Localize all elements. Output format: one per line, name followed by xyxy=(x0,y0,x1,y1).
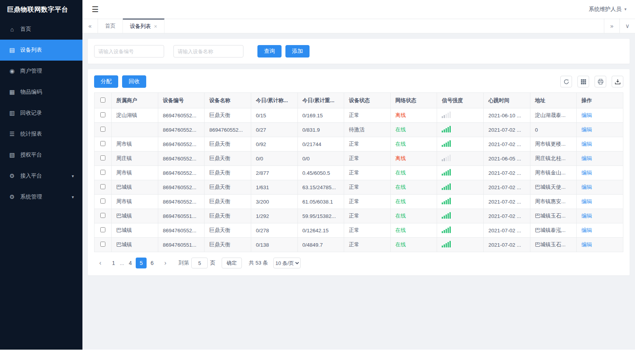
row-checkbox[interactable] xyxy=(100,213,105,218)
network-status: 在线 xyxy=(395,141,406,147)
device-name-input[interactable] xyxy=(173,45,243,57)
device-status-cell: 正常 xyxy=(344,209,391,223)
signal-strength-icon xyxy=(442,126,451,132)
row-checkbox[interactable] xyxy=(100,127,105,132)
device-no-cell: 8694760552... xyxy=(158,137,205,152)
add-button[interactable]: 添加 xyxy=(285,45,310,57)
row-checkbox[interactable] xyxy=(100,199,105,204)
confirm-button[interactable]: 确定 xyxy=(222,258,242,268)
address-cell: 0 xyxy=(530,123,577,137)
page-button-4[interactable]: 4 xyxy=(125,258,136,268)
tabs-scroll-left-icon[interactable]: « xyxy=(82,19,98,33)
jump-page-input[interactable] xyxy=(191,258,208,268)
pagination: ‹ 1...456 › 到第 页 确定 共 53 条 10 条/页 xyxy=(94,252,623,269)
device-table: 所属商户设备编号设备名称今日/累计称...今日/累计重...设备状态网络状态信号… xyxy=(94,92,623,252)
page-button-6[interactable]: 6 xyxy=(147,258,157,268)
sidebar-item-authorization-platform[interactable]: ▧授权平台 xyxy=(0,145,82,165)
page-unit-label: 页 xyxy=(210,260,215,266)
address-cell: 巴城镇泰泓... xyxy=(530,223,577,238)
row-checkbox[interactable] xyxy=(100,141,105,146)
prev-page-icon[interactable]: ‹ xyxy=(95,258,106,268)
device-no-cell: 8694760551... xyxy=(158,209,205,223)
row-checkbox[interactable] xyxy=(100,184,105,189)
sidebar-item-merchant-management[interactable]: ◉商户管理 xyxy=(0,61,82,82)
refresh-icon[interactable] xyxy=(560,76,572,87)
network-status: 在线 xyxy=(395,170,406,176)
signal-strength-icon xyxy=(442,212,451,219)
edit-link[interactable]: 编辑 xyxy=(581,155,592,161)
tab-home[interactable]: 首页 xyxy=(98,19,123,33)
gear-icon: ⚙ xyxy=(9,193,16,200)
today-weight-cell: 63.15/24785... xyxy=(297,180,344,195)
today-count-cell: 0/138 xyxy=(251,238,297,252)
print-icon[interactable] xyxy=(595,76,606,87)
sidebar-item-device-list[interactable]: ▤设备列表 xyxy=(0,40,82,61)
close-icon[interactable]: × xyxy=(154,23,157,30)
today-count-cell: 0/92 xyxy=(251,137,297,152)
edit-link[interactable]: 编辑 xyxy=(581,242,592,247)
signal-strength-icon xyxy=(442,183,451,190)
select-all-checkbox[interactable] xyxy=(100,98,105,103)
tab-device-list[interactable]: 设备列表× xyxy=(123,19,164,33)
column-header: 今日/累计重... xyxy=(297,93,344,108)
operation-cell: 编辑 xyxy=(577,137,623,152)
row-checkbox[interactable] xyxy=(100,112,105,117)
merchant-cell: 巴城镇 xyxy=(112,223,158,238)
page-size-select[interactable]: 10 条/页 xyxy=(273,258,301,268)
operation-cell: 编辑 xyxy=(577,238,623,252)
collapse-sidebar-icon[interactable]: ☰ xyxy=(92,5,99,14)
edit-link[interactable]: 编辑 xyxy=(581,184,592,190)
edit-link[interactable]: 编辑 xyxy=(581,112,592,118)
tabs-scroll-right-icon[interactable]: » xyxy=(604,19,619,33)
sidebar-item-statistics-report[interactable]: ☰统计报表 xyxy=(0,124,82,145)
page-button-1[interactable]: 1 xyxy=(108,258,119,268)
today-weight-cell: 59.95/15382... xyxy=(297,209,344,223)
row-checkbox[interactable] xyxy=(100,155,105,160)
operation-cell: 编辑 xyxy=(577,209,623,223)
sidebar-item-system-management[interactable]: ⚙系统管理▾ xyxy=(0,186,82,207)
table-row: 巴城镇8694760551...巨鼎天衡1/29259.95/15382...正… xyxy=(94,209,623,223)
network-status-cell: 离线 xyxy=(390,108,437,123)
row-checkbox[interactable] xyxy=(100,170,105,175)
device-no-input[interactable] xyxy=(94,45,164,57)
next-page-icon[interactable]: › xyxy=(160,258,171,268)
edit-link[interactable]: 编辑 xyxy=(581,170,592,176)
sidebar-item-home[interactable]: ⌂首页 xyxy=(0,19,82,40)
heartbeat-cell: 2021-07-02 ... xyxy=(484,137,530,152)
device-name-cell: 巨鼎天衡 xyxy=(205,180,251,195)
network-status: 在线 xyxy=(395,213,406,219)
address-cell: 巴城镇天使... xyxy=(530,180,577,195)
today-weight-cell: 0.45/6050.5 xyxy=(297,166,344,180)
row-checkbox[interactable] xyxy=(100,227,105,232)
edit-link[interactable]: 编辑 xyxy=(581,127,592,132)
assign-button[interactable]: 分配 xyxy=(94,75,118,88)
tabs-menu-icon[interactable]: ∨ xyxy=(619,19,635,33)
chevron-down-icon: ▼ xyxy=(624,7,627,11)
page-button-5[interactable]: 5 xyxy=(136,258,147,268)
sidebar: 巨鼎物联网数字平台 ⌂首页▤设备列表◉商户管理▦物品编码▥回收记录☰统计报表▧授… xyxy=(0,0,82,350)
row-checkbox[interactable] xyxy=(100,242,105,247)
document-icon: ▥ xyxy=(9,110,16,117)
operation-cell: 编辑 xyxy=(577,180,623,195)
tabs: 首页设备列表× xyxy=(98,19,604,33)
row-checkbox-cell xyxy=(94,209,112,223)
edit-link[interactable]: 编辑 xyxy=(581,141,592,147)
sidebar-item-item-code[interactable]: ▦物品编码 xyxy=(0,82,82,103)
row-checkbox-cell xyxy=(94,108,112,123)
query-button[interactable]: 查询 xyxy=(257,45,282,57)
edit-link[interactable]: 编辑 xyxy=(581,227,592,233)
edit-link[interactable]: 编辑 xyxy=(581,199,592,204)
sidebar-item-recycle-record[interactable]: ▥回收记录 xyxy=(0,103,82,124)
user-menu[interactable]: 系统维护人员 ▼ xyxy=(589,6,627,13)
merchant-cell: 巴城镇 xyxy=(112,180,158,195)
chevron-down-icon: ▾ xyxy=(72,174,74,179)
sidebar-item-access-platform[interactable]: ⚙接入平台▾ xyxy=(0,165,82,186)
edit-link[interactable]: 编辑 xyxy=(581,213,592,219)
recycle-button[interactable]: 回收 xyxy=(122,75,146,88)
columns-grid-icon[interactable] xyxy=(577,76,589,87)
export-download-icon[interactable] xyxy=(612,76,623,87)
home-icon: ⌂ xyxy=(9,26,16,33)
sidebar-item-label: 设备列表 xyxy=(20,47,42,54)
row-checkbox-cell xyxy=(94,195,112,209)
today-count-cell: 0/27 xyxy=(251,123,297,137)
